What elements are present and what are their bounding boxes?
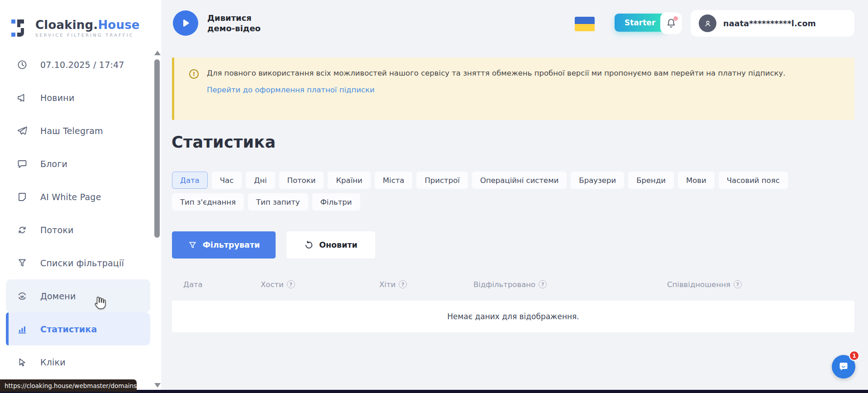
sidebar-item-datetime: 07.10.2025 / 17:47 — [6, 48, 150, 81]
cloaking-house-logo-icon — [11, 17, 30, 39]
chat-unread-badge: 1 — [849, 350, 859, 361]
tab-languages[interactable]: Мови — [678, 172, 715, 189]
help-icon[interactable]: ? — [734, 280, 742, 288]
sidebar-item-domains[interactable]: w Домени — [6, 279, 150, 312]
bar-chart-icon — [16, 323, 28, 335]
tab-brands[interactable]: Бренди — [628, 172, 674, 189]
logo-tagline: SERVICE FILTERING TRAFFIC — [35, 33, 140, 38]
sidebar-item-label: Блоги — [40, 159, 67, 169]
sidebar-item-label: Домени — [40, 291, 76, 301]
sidebar-item-filter-lists[interactable]: Списки фільтрації — [6, 246, 150, 279]
sidebar-item-label: Потоки — [40, 225, 74, 235]
sidebar-item-ai-white-page[interactable]: AI White Page — [6, 180, 150, 213]
sidebar-item-blogs[interactable]: Блоги — [6, 147, 150, 180]
tab-days[interactable]: Дні — [246, 172, 275, 189]
sidebar-item-news[interactable]: Новини — [6, 81, 150, 114]
warning-icon: ! — [189, 69, 199, 79]
account-menu[interactable]: naata**********l.com — [691, 10, 854, 37]
logo[interactable]: Cloaking.House SERVICE FILTERING TRAFFIC — [0, 0, 161, 45]
telegram-icon — [16, 125, 28, 137]
sidebar-nav: 07.10.2025 / 17:47 Новини Наш Telegram Б… — [0, 48, 161, 379]
avatar — [699, 14, 716, 32]
scrollbar-down-arrow[interactable] — [154, 383, 161, 388]
refresh-button[interactable]: Оновити — [286, 231, 375, 259]
sidebar-item-telegram[interactable]: Наш Telegram — [6, 114, 150, 147]
filter-button-label: Фільтрувати — [203, 240, 260, 249]
sidebar-item-label: Кліки — [40, 357, 66, 367]
sidebar-item-label: Наш Telegram — [40, 126, 103, 136]
sidebar-scrollbar[interactable] — [154, 47, 160, 393]
svg-text:w: w — [20, 294, 24, 298]
brand-accent: House — [98, 18, 139, 32]
starter-plan-button[interactable]: Starter — [615, 14, 665, 32]
page-title: Статистика — [172, 133, 276, 151]
tabs-row-2: Тип з'єднання Тип запиту Фільтри — [172, 193, 860, 211]
page-icon — [16, 191, 28, 203]
tab-connection-type[interactable]: Тип з'єднання — [172, 193, 244, 211]
tab-browsers[interactable]: Браузери — [571, 172, 624, 189]
tab-time[interactable]: Час — [212, 172, 242, 189]
status-url-tooltip: https://cloaking.house/webmaster/domains — [0, 379, 137, 392]
tab-streams[interactable]: Потоки — [279, 172, 324, 189]
filter-button[interactable]: Фільтрувати — [172, 231, 276, 259]
scrollbar-thumb[interactable] — [154, 59, 160, 238]
sidebar-item-label: AI White Page — [40, 192, 101, 202]
funnel-icon — [16, 257, 28, 269]
tab-date[interactable]: Дата — [172, 172, 208, 189]
funnel-icon — [188, 240, 197, 250]
sidebar-item-statistics[interactable]: Статистика — [6, 312, 150, 345]
logo-text: Cloaking.House SERVICE FILTERING TRAFFIC — [35, 19, 140, 38]
scrollbar-up-arrow[interactable] — [154, 51, 161, 55]
watch-demo-video[interactable]: Дивитися демо-відео — [173, 10, 267, 36]
tabs-row-1: Дата Час Дні Потоки Країни Міста Пристро… — [172, 172, 860, 189]
action-buttons: Фільтрувати Оновити — [172, 231, 375, 259]
tab-operating-systems[interactable]: Операційні системи — [472, 172, 567, 189]
demo-video-label: Дивитися демо-відео — [207, 13, 267, 34]
column-label: Хости — [261, 280, 284, 289]
upgrade-subscription-link[interactable]: Перейти до оформлення платної підписки — [207, 86, 375, 94]
column-label: Відфільтровано — [473, 280, 535, 289]
account-email: naata**********l.com — [723, 19, 816, 28]
chat-bubble-icon — [16, 158, 28, 170]
help-icon[interactable]: ? — [399, 280, 407, 288]
column-header-ratio: Співвідношення ? — [667, 280, 854, 289]
trial-warning-banner: ! Для повного використання всіх можливос… — [172, 58, 854, 120]
sidebar-item-streams[interactable]: Потоки — [6, 213, 150, 246]
refresh-button-label: Оновити — [319, 240, 358, 249]
banner-text: Для повного використання всіх можливосте… — [207, 68, 836, 78]
tab-request-type[interactable]: Тип запиту — [248, 193, 308, 211]
sidebar: Cloaking.House SERVICE FILTERING TRAFFIC… — [0, 0, 161, 393]
brand-dark: Cloaking. — [35, 18, 98, 32]
tab-cities[interactable]: Міста — [375, 172, 413, 189]
ukraine-flag-icon[interactable] — [575, 17, 595, 31]
app-window: Cloaking.House SERVICE FILTERING TRAFFIC… — [0, 0, 868, 393]
play-icon[interactable] — [173, 10, 198, 36]
clock-icon — [16, 59, 28, 71]
sidebar-item-clicks[interactable]: Кліки — [6, 345, 150, 379]
column-label: Дата — [183, 280, 203, 289]
chat-bubble-icon — [837, 360, 850, 373]
tab-filters[interactable]: Фільтри — [312, 193, 360, 211]
help-icon[interactable]: ? — [539, 280, 547, 288]
empty-table-row: Немає даних для відображення. — [172, 301, 854, 332]
stats-table-header: Дата Хости ? Хіти ? Відфільтровано ? Спі… — [172, 276, 854, 293]
hand-cursor — [93, 295, 108, 313]
help-icon[interactable]: ? — [287, 280, 295, 288]
stats-tabs: Дата Час Дні Потоки Країни Міста Пристро… — [172, 172, 860, 215]
column-label: Хіти — [379, 280, 396, 289]
column-header-hits: Хіти ? — [379, 280, 473, 289]
streams-icon — [16, 224, 28, 236]
tab-timezone[interactable]: Часовий пояс — [719, 172, 788, 189]
sidebar-item-label: Списки фільтрації — [40, 258, 124, 268]
cursor-icon — [16, 356, 28, 368]
column-header-filtered: Відфільтровано ? — [473, 280, 667, 289]
sidebar-item-label: 07.10.2025 / 17:47 — [40, 60, 124, 70]
tab-countries[interactable]: Країни — [328, 172, 370, 189]
notifications-button[interactable] — [660, 12, 682, 34]
sidebar-item-label: Новини — [40, 93, 74, 103]
tab-devices[interactable]: Пристрої — [416, 172, 467, 189]
notification-dot — [673, 16, 678, 21]
column-header-date: Дата — [183, 280, 261, 289]
sidebar-item-label: Статистика — [40, 324, 97, 334]
column-header-hosts: Хости ? — [261, 280, 379, 289]
